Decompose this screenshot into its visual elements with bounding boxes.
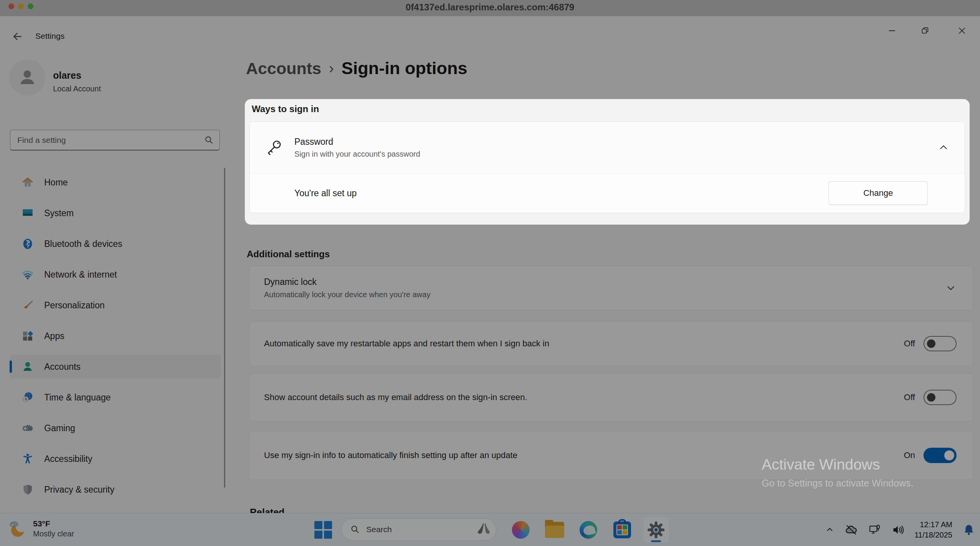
active-app-indicator: [651, 540, 661, 542]
weather-temp: 53°F: [33, 519, 74, 528]
system-tray: 12:17 AM 11/18/2025: [825, 513, 975, 546]
sidebar-item-network[interactable]: Network & internet: [10, 263, 221, 286]
show-account-details-row: Show account details such as my email ad…: [249, 373, 973, 422]
ways-to-sign-in-header: Ways to sign in: [252, 104, 964, 114]
weather-widget[interactable]: 53°F Mostly clear: [6, 518, 74, 540]
sidebar-item-personalization[interactable]: Personalization: [10, 293, 221, 317]
change-password-button[interactable]: Change: [829, 181, 928, 205]
settings-window: Settings olares Local Account Home: [0, 16, 980, 513]
gaming-icon: [21, 422, 34, 435]
password-title: Password: [294, 137, 420, 147]
remote-url: 0f4137ed.laresprime.olares.com:46879: [0, 0, 980, 16]
restartable-apps-label: Automatically save my restartable apps a…: [264, 339, 549, 349]
restartable-apps-toggle[interactable]: [924, 336, 957, 351]
sidebar-item-time-language[interactable]: Time & language: [10, 386, 221, 409]
time-language-icon: [21, 391, 34, 404]
sidebar-item-apps[interactable]: Apps: [10, 324, 221, 348]
password-detail-row: You're all set up Change: [250, 174, 965, 213]
activate-windows-watermark: Activate Windows: [762, 456, 880, 473]
sidebar-item-bluetooth[interactable]: Bluetooth & devices: [10, 232, 221, 256]
home-icon: [21, 176, 34, 189]
toggle-knob: [944, 450, 954, 460]
toggle-state-label: Off: [904, 392, 915, 402]
dynamic-lock-title: Dynamic lock: [264, 277, 430, 287]
tray-chevron-up-icon[interactable]: [825, 525, 834, 534]
toggle-state-label: On: [904, 450, 915, 460]
copilot-app[interactable]: [508, 517, 533, 543]
active-accent-bar: [10, 361, 12, 373]
apps-icon: [21, 329, 34, 342]
copilot-icon: [512, 521, 530, 539]
toggle-state-label: Off: [904, 339, 915, 349]
ways-to-sign-in-section: Ways to sign in Password Sign in with yo…: [245, 99, 970, 225]
taskbar-search-label: Search: [366, 525, 392, 534]
sidebar-item-home[interactable]: Home: [10, 170, 221, 194]
chevron-up-icon[interactable]: [938, 142, 948, 152]
taskbar: 53°F Mostly clear Search: [0, 513, 980, 546]
signin-info-toggle[interactable]: [924, 448, 957, 463]
file-explorer-app[interactable]: [542, 517, 567, 543]
sidebar-item-accounts[interactable]: Accounts: [10, 355, 221, 379]
toggle-knob: [927, 393, 935, 402]
screen: 0f4137ed.laresprime.olares.com:46879 Set…: [0, 0, 980, 546]
sidebar-item-gaming[interactable]: Gaming: [10, 416, 221, 440]
sidebar-item-accessibility[interactable]: Accessibility: [10, 447, 221, 471]
taskbar-apps: [508, 517, 669, 543]
password-row[interactable]: Password Sign in with your account's pas…: [250, 122, 965, 173]
breadcrumb-accounts[interactable]: Accounts: [246, 59, 321, 78]
person-icon: [16, 66, 38, 89]
sidebar-item-system[interactable]: System: [10, 201, 221, 225]
network-display-icon[interactable]: [868, 523, 881, 536]
back-button[interactable]: [11, 31, 24, 42]
activate-windows-subtext: Go to Settings to activate Windows.: [762, 478, 914, 489]
restore-button[interactable]: [914, 23, 936, 38]
search-icon: [350, 524, 360, 534]
close-button[interactable]: [951, 23, 973, 38]
settings-app[interactable]: [643, 517, 669, 543]
sidebar-item-privacy[interactable]: Privacy & security: [10, 478, 221, 501]
privacy-icon: [21, 483, 34, 496]
show-account-details-label: Show account details such as my email ad…: [264, 392, 527, 402]
settings-gear-icon: [647, 521, 665, 539]
personalization-icon: [21, 299, 34, 312]
page-title: Sign-in options: [342, 58, 467, 78]
find-setting-searchbox[interactable]: [10, 130, 220, 151]
tray-clock[interactable]: 12:17 AM 11/18/2025: [914, 520, 952, 540]
edge-app[interactable]: [576, 517, 601, 543]
accessibility-icon: [21, 452, 34, 465]
store-icon: [613, 521, 631, 538]
password-subtitle: Sign in with your account's password: [294, 150, 420, 159]
avatar: [9, 60, 45, 96]
onedrive-offline-icon[interactable]: [844, 523, 858, 537]
account-type: Local Account: [53, 84, 101, 93]
minimize-button[interactable]: [881, 23, 903, 38]
additional-settings-header: Additional settings: [247, 249, 330, 260]
password-expander: Password Sign in with your account's pas…: [249, 121, 965, 213]
network-icon: [21, 268, 34, 281]
password-status: You're all set up: [294, 188, 357, 199]
key-icon: [265, 139, 283, 156]
notification-bell-icon[interactable]: [962, 523, 975, 536]
dynamic-lock-row[interactable]: Dynamic lock Automatically lock your dev…: [249, 266, 973, 310]
weather-condition: Mostly clear: [33, 529, 74, 538]
remote-viewer-bar: 0f4137ed.laresprime.olares.com:46879: [0, 0, 980, 16]
tray-date: 11/18/2025: [914, 530, 952, 540]
weather-moon-cloud-icon: [6, 518, 28, 540]
taskbar-search[interactable]: Search: [341, 518, 497, 541]
search-highlight-icon: [475, 520, 493, 539]
dynamic-lock-subtitle: Automatically lock your device when you'…: [264, 290, 430, 299]
store-app[interactable]: [610, 517, 635, 543]
volume-icon[interactable]: [891, 523, 904, 536]
restartable-apps-row: Automatically save my restartable apps a…: [249, 321, 973, 366]
sidebar-scrollbar[interactable]: [224, 168, 225, 488]
file-explorer-icon: [545, 522, 564, 538]
account-name: olares: [53, 70, 81, 81]
search-input[interactable]: [17, 130, 203, 150]
chevron-down-icon[interactable]: [946, 283, 956, 293]
tray-time: 12:17 AM: [914, 520, 952, 530]
bluetooth-icon: [21, 237, 34, 250]
start-button[interactable]: [314, 521, 332, 539]
window-title: Settings: [35, 31, 65, 41]
show-account-details-toggle[interactable]: [924, 390, 957, 405]
accounts-icon: [21, 360, 34, 373]
